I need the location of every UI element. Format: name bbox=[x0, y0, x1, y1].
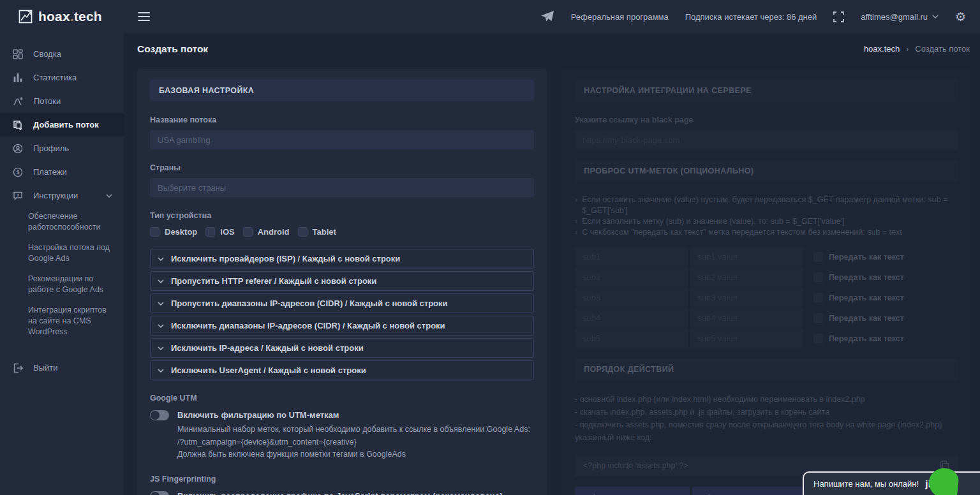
logo-text: hoax.tech bbox=[38, 9, 102, 24]
sub3-name-input[interactable] bbox=[575, 288, 688, 307]
js-fingerprinting-label: JS Fingerprinting bbox=[150, 475, 534, 484]
accordion-allow-http-referer[interactable]: Пропустить HTTP referer / Каждый с новой… bbox=[150, 271, 534, 291]
sidebar-item-add-flow[interactable]: Добавить поток bbox=[0, 113, 124, 137]
checkbox[interactable] bbox=[298, 227, 308, 237]
sub2-name-input[interactable] bbox=[575, 268, 688, 286]
referral-program-link[interactable]: Реферальная программа bbox=[571, 12, 669, 22]
breadcrumb-current: Создать поток bbox=[915, 44, 970, 54]
js-fingerprinting-toggle[interactable] bbox=[150, 491, 169, 495]
sub4-pass-as-text-checkbox[interactable]: Передать как текст bbox=[813, 313, 904, 323]
main-content: Создать поток hoax.tech › Создать поток … bbox=[124, 33, 980, 495]
jivo-leaf-icon bbox=[928, 467, 960, 495]
chat-message: Напишите нам, мы онлайн! bbox=[813, 479, 919, 489]
flow-name-label: Название потока bbox=[150, 115, 534, 124]
submenu-item-uptime[interactable]: Обеспечение работоспособности bbox=[28, 211, 114, 233]
sidebar-item-instructions[interactable]: ? Инструкции bbox=[0, 184, 124, 207]
download-index-php-button[interactable]: Скачать index.php bbox=[575, 487, 690, 495]
submenu-item-flow-setup-google-ads[interactable]: Настройка потока под Google Ads bbox=[28, 242, 114, 264]
checkbox[interactable] bbox=[813, 313, 823, 323]
google-utm-label: Google UTM bbox=[150, 394, 534, 403]
sub4-name-input[interactable] bbox=[575, 309, 688, 327]
basic-settings-header: БАЗОВАЯ НАСТРОЙКА bbox=[150, 80, 534, 101]
checkbox[interactable] bbox=[205, 227, 215, 237]
utm-description: Минимальный набор меток, который необход… bbox=[177, 424, 534, 461]
action-steps: - основной index.php (или index.html) не… bbox=[575, 393, 958, 444]
utm-filter-toggle[interactable] bbox=[150, 410, 169, 420]
submenu-item-wordpress-integration[interactable]: Интеграция скриптов на сайте на CMS Word… bbox=[28, 305, 114, 337]
sub1-pass-as-text-checkbox[interactable]: Передать как текст bbox=[813, 252, 904, 262]
sidebar-item-logout[interactable]: Выйти bbox=[0, 356, 124, 380]
sidebar-item-flows[interactable]: Потоки bbox=[0, 89, 124, 113]
chevron-down-icon bbox=[158, 346, 164, 350]
utm-passthrough-header: ПРОБРОС UTM-МЕТОК (ОПЦИОНАЛЬНО) bbox=[575, 160, 958, 182]
jivo-chat-widget[interactable]: Напишите нам, мы онлайн! jivo bbox=[803, 471, 980, 495]
download-assets-php-button[interactable]: Скачать assets.php bbox=[692, 487, 807, 495]
sub2-pass-as-text-checkbox[interactable]: Передать как текст bbox=[813, 272, 904, 282]
sidebar-item-summary[interactable]: Сводка bbox=[0, 42, 124, 66]
accordion-exclude-useragent[interactable]: Исключить UserAgent / Каждый с новой стр… bbox=[150, 360, 534, 380]
telegram-icon[interactable] bbox=[540, 10, 554, 23]
checkbox[interactable] bbox=[150, 227, 160, 237]
checkbox[interactable] bbox=[813, 293, 823, 302]
svg-text:$: $ bbox=[17, 169, 20, 175]
instructions-submenu: Обеспечение работоспособности Настройка … bbox=[0, 207, 124, 350]
logo-chart-icon bbox=[17, 8, 34, 25]
device-checkbox-desktop[interactable]: Desktop bbox=[150, 227, 197, 237]
breadcrumb-home[interactable]: hoax.tech bbox=[864, 44, 900, 54]
settings-gear-icon[interactable]: ⚙ bbox=[955, 11, 966, 23]
account-email: afftimes@gmail.ru bbox=[861, 12, 928, 22]
device-checkbox-tablet[interactable]: Tablet bbox=[298, 227, 336, 237]
accordion-allow-ip-ranges[interactable]: Пропустить диапазоны IP-адресов (CIDR) /… bbox=[150, 293, 534, 313]
sub5-pass-as-text-checkbox[interactable]: Передать как текст bbox=[813, 334, 904, 343]
payments-coin-icon: $ bbox=[13, 167, 23, 177]
sub1-name-input[interactable] bbox=[575, 247, 688, 266]
sidebar-item-statistics[interactable]: Статистика bbox=[0, 66, 124, 89]
hamburger-menu-icon[interactable] bbox=[134, 6, 154, 27]
utm-hints: ›Если оставить значение (value) пустым, … bbox=[575, 195, 958, 238]
sub4-value-input[interactable] bbox=[690, 309, 803, 327]
checkbox[interactable] bbox=[813, 252, 823, 262]
add-flow-icon bbox=[13, 120, 23, 130]
topbar: hoax.tech Реферальная программа Подписка… bbox=[0, 0, 980, 33]
accordion-exclude-ip-ranges[interactable]: Исключить диапазоны IP-адресов (CIDR) / … bbox=[150, 316, 534, 336]
sidebar-item-payments[interactable]: $ Платежи bbox=[0, 160, 124, 184]
sub-row-2: Передать как текст bbox=[575, 268, 958, 286]
flow-name-input[interactable] bbox=[150, 130, 534, 149]
sub5-name-input[interactable] bbox=[575, 329, 688, 348]
countries-label: Страны bbox=[150, 163, 534, 172]
sub-row-3: Передать как текст bbox=[575, 288, 958, 307]
sub5-value-input[interactable] bbox=[690, 329, 803, 348]
accordion-exclude-isp[interactable]: Исключить провайдеров (ISP) / Каждый с н… bbox=[150, 249, 534, 269]
server-integration-header: НАСТРОЙКА ИНТЕГРАЦИИ НА СЕРВЕРЕ bbox=[575, 80, 958, 101]
bar-chart-icon bbox=[13, 73, 23, 83]
chevron-down-icon bbox=[158, 324, 164, 328]
sub1-value-input[interactable] bbox=[690, 247, 803, 266]
black-page-url-input[interactable] bbox=[575, 130, 958, 149]
sub3-pass-as-text-checkbox[interactable]: Передать как текст bbox=[813, 293, 904, 302]
chevron-down-icon bbox=[106, 194, 112, 198]
accordion-exclude-ip[interactable]: Исключить IP-адреса / Каждый с новой стр… bbox=[150, 338, 534, 358]
sub2-value-input[interactable] bbox=[690, 268, 803, 286]
logout-icon bbox=[13, 363, 23, 373]
device-checkbox-android[interactable]: Android bbox=[243, 227, 290, 237]
device-checkbox-ios[interactable]: iOS bbox=[205, 227, 234, 237]
fullscreen-icon[interactable] bbox=[833, 11, 844, 22]
chevron-down-icon bbox=[158, 369, 164, 373]
checkbox[interactable] bbox=[813, 272, 823, 282]
subscription-expiry-text: Подписка истекает через: 86 дней bbox=[685, 12, 817, 22]
sidebar-item-profile[interactable]: Профиль bbox=[0, 137, 124, 160]
account-menu[interactable]: afftimes@gmail.ru bbox=[861, 12, 939, 22]
dashboard-icon bbox=[13, 49, 23, 59]
sidebar: Сводка Статистика Потоки Добавить поток … bbox=[0, 33, 124, 495]
submenu-item-google-ads-recommendations[interactable]: Рекомендации по работе с Google Ads bbox=[28, 274, 114, 295]
checkbox[interactable] bbox=[243, 227, 253, 237]
black-page-label: Укажите ссылку на black page bbox=[575, 115, 958, 124]
chevron-down-icon bbox=[158, 279, 164, 283]
basic-settings-panel: БАЗОВАЯ НАСТРОЙКА Название потока Страны… bbox=[137, 69, 547, 495]
php-include-snippet: <?php include 'assets.php';?> bbox=[583, 461, 940, 470]
countries-input[interactable] bbox=[150, 178, 534, 197]
logo[interactable]: hoax.tech bbox=[0, 8, 124, 25]
checkbox[interactable] bbox=[813, 334, 823, 343]
sub3-value-input[interactable] bbox=[690, 288, 803, 307]
chevron-down-icon bbox=[932, 15, 939, 18]
